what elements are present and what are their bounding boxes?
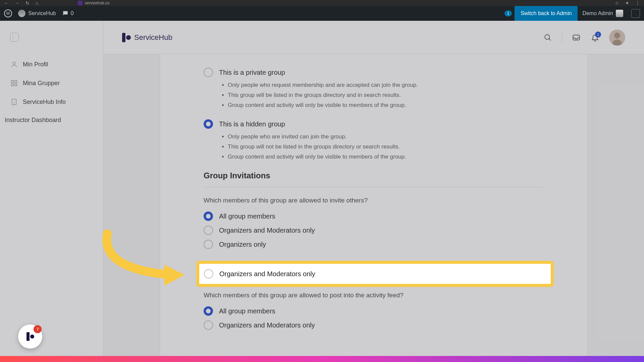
sidebar-item-profile[interactable]: Min Profil — [0, 55, 103, 74]
svg-rect-1 — [11, 80, 13, 82]
detail-item: Group content and activity will only be … — [228, 101, 544, 110]
avatar-icon — [616, 10, 623, 17]
divider — [562, 33, 562, 43]
activity-option-all[interactable]: All group members — [204, 306, 544, 316]
forward-icon[interactable]: → — [15, 0, 19, 6]
svg-rect-2 — [15, 80, 17, 82]
sidebar-item-label: ServiceHub Info — [23, 99, 66, 106]
radio-icon[interactable] — [204, 212, 213, 221]
screen-options-icon[interactable] — [631, 9, 640, 18]
logo-icon — [122, 33, 131, 42]
user-icon — [10, 60, 18, 68]
detail-item: This group will not be listed in the gro… — [228, 142, 544, 152]
section-heading-invitations: Group Invitations — [204, 171, 544, 187]
sidebar-item-groups[interactable]: Mina Grupper — [0, 74, 103, 93]
radio-label: Organizers only — [219, 241, 266, 248]
detail-item: Group content and activity will only be … — [228, 152, 544, 162]
app: Min Profil Mina Grupper ServiceHub Info … — [0, 21, 644, 362]
reload-icon[interactable]: ↻ — [25, 0, 30, 6]
inbox-button[interactable] — [572, 33, 581, 42]
radio-label: All group members — [219, 213, 275, 220]
highlight-label: Organizers and Moderators only — [219, 270, 315, 278]
radio-icon[interactable] — [204, 68, 213, 77]
sidebar-item-instructor[interactable]: Instructor Dashboard — [0, 111, 103, 129]
wordpress-icon[interactable]: W — [4, 9, 12, 17]
search-icon — [543, 33, 552, 42]
privacy-option-private[interactable]: This is a private group — [204, 68, 544, 77]
radio-icon[interactable] — [204, 269, 213, 279]
brand-logo[interactable]: ServiceHub — [122, 33, 172, 42]
sidebar-item-info[interactable]: ServiceHub Info — [0, 93, 103, 111]
radio-label: Organizers and Moderators only — [219, 321, 315, 329]
invitations-option-organizers-moderators[interactable]: Organizers and Moderators only — [204, 226, 544, 235]
sidebar-item-label: Instructor Dashboard — [5, 117, 61, 123]
radio-label: Organizers and Moderators only — [219, 227, 315, 234]
pending-badge[interactable]: 1 — [504, 10, 512, 16]
svg-point-0 — [13, 62, 15, 64]
radio-icon[interactable] — [204, 320, 213, 330]
logo-icon — [26, 332, 34, 341]
help-bubble[interactable]: 7 — [18, 324, 42, 349]
settings-panel: This is a private group Only people who … — [160, 54, 588, 362]
sidebar-item-label: Min Profil — [23, 61, 48, 68]
user-avatar[interactable] — [609, 29, 625, 46]
highlight-callout: Organizers and Moderators only — [197, 261, 553, 287]
invitations-option-all[interactable]: All group members — [204, 212, 544, 221]
url-bar[interactable]: servicehub.co — [78, 1, 109, 5]
bubble-badge: 7 — [34, 325, 42, 333]
admin-user-menu[interactable]: Demo Admin — [578, 10, 628, 17]
site-name[interactable]: ServiceHub — [28, 10, 56, 16]
info-icon — [10, 98, 18, 106]
svg-rect-3 — [11, 84, 13, 86]
grid-icon — [10, 79, 18, 87]
invitations-option-organizers[interactable]: Organizers only — [204, 240, 544, 249]
wp-admin-bar: W ServiceHub 0 1 Switch back to Admin De… — [0, 6, 644, 21]
svg-point-8 — [545, 35, 549, 39]
detail-item: This group will be listed in the groups … — [228, 90, 544, 100]
favicon-icon — [78, 1, 83, 5]
browser-chrome: ← → ↻ ⌂ servicehub.co ☆ ✦ ⋮ — [0, 0, 644, 6]
comment-icon — [62, 10, 69, 17]
radio-icon[interactable] — [204, 119, 213, 129]
comments-link[interactable]: 0 — [62, 10, 74, 17]
hidden-group-details: Only people who are invited can join the… — [228, 132, 544, 162]
sidebar-item-label: Mina Grupper — [23, 80, 60, 87]
admin-username: Demo Admin — [582, 10, 613, 16]
notification-badge: 1 — [595, 32, 601, 38]
privacy-option-hidden[interactable]: This is a hidden group — [204, 119, 544, 129]
comments-count: 0 — [71, 10, 74, 16]
main: ServiceHub 1 This is — [103, 21, 644, 362]
site-icon[interactable] — [18, 10, 25, 17]
browser-menu-icon[interactable]: ⋮ — [635, 0, 640, 6]
brand-name: ServiceHub — [134, 33, 172, 42]
notifications-button[interactable]: 1 — [590, 33, 600, 42]
bookmark-star-icon[interactable]: ☆ — [615, 0, 619, 6]
detail-item: Only people who request membership and a… — [228, 80, 544, 90]
arrow-annotation — [97, 229, 191, 297]
private-group-details: Only people who request membership and a… — [228, 80, 544, 110]
svg-rect-10 — [573, 35, 580, 40]
invitations-subtext: Which members of this group are allowed … — [204, 197, 544, 204]
activity-option-organizers-moderators[interactable]: Organizers and Moderators only — [204, 320, 544, 330]
radio-icon[interactable] — [204, 240, 213, 249]
radio-icon[interactable] — [204, 306, 213, 316]
activity-subtext: Which members of this group are allowed … — [204, 292, 544, 299]
radio-label: This is a private group — [219, 69, 285, 76]
search-button[interactable] — [543, 33, 552, 42]
extensions-icon[interactable]: ✦ — [625, 0, 629, 6]
svg-line-9 — [549, 39, 550, 40]
radio-label: All group members — [219, 307, 275, 315]
sidebar: Min Profil Mina Grupper ServiceHub Info … — [0, 21, 103, 362]
svg-rect-4 — [15, 84, 17, 86]
radio-label: This is a hidden group — [219, 120, 285, 128]
radio-icon[interactable] — [204, 226, 213, 235]
switch-back-button[interactable]: Switch back to Admin — [515, 6, 578, 21]
home-icon[interactable]: ⌂ — [36, 0, 38, 6]
gradient-bar — [0, 356, 644, 362]
detail-item: Only people who are invited can join the… — [228, 132, 544, 141]
topbar: ServiceHub 1 — [103, 21, 644, 54]
url-text: servicehub.co — [85, 1, 109, 5]
back-icon[interactable]: ← — [4, 0, 9, 6]
collapse-sidebar-button[interactable] — [10, 33, 19, 42]
inbox-icon — [572, 33, 581, 42]
